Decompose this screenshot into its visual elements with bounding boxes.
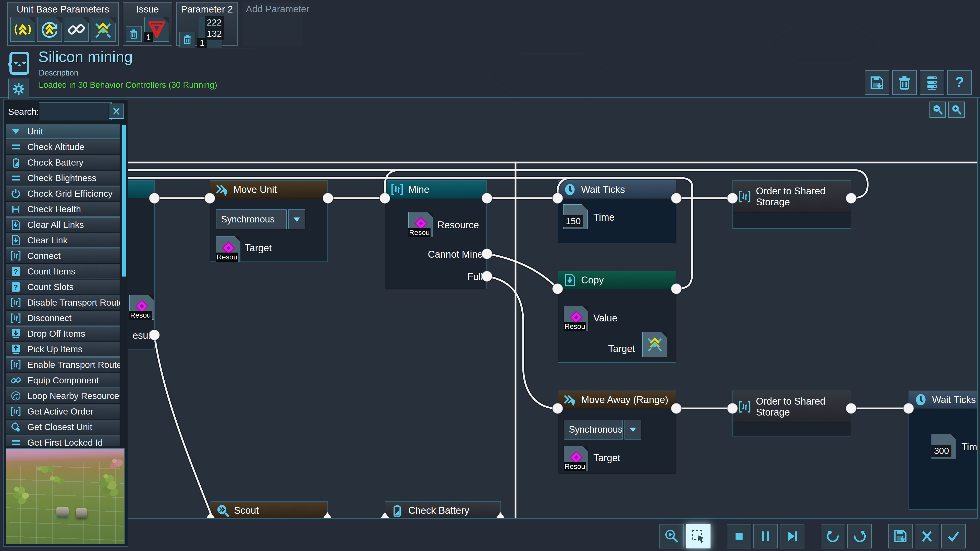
- wire-port[interactable]: [727, 403, 738, 414]
- node-header[interactable]: Copy: [558, 272, 676, 289]
- instruction-item-clear-all-links[interactable]: Clear All Links: [6, 218, 120, 232]
- delete-parameter-button[interactable]: [126, 26, 142, 42]
- parameter-chip-signal-orbit[interactable]: [37, 17, 62, 42]
- wire-port[interactable]: [482, 193, 492, 203]
- wire-port[interactable]: [671, 403, 682, 414]
- wire-port[interactable]: [552, 403, 563, 414]
- node-select[interactable]: Synchronous: [216, 210, 287, 229]
- instruction-item-disconnect[interactable]: Disconnect: [6, 311, 120, 326]
- node-move-unit[interactable]: Move UnitSynchronousResouTarget: [210, 180, 328, 262]
- parameter-chip-signal-ping[interactable]: [10, 17, 35, 42]
- node-copy[interactable]: CopyResouValueTarget: [558, 271, 676, 363]
- wire-port[interactable]: [380, 193, 390, 203]
- parameter-chip[interactable]: Resou: [216, 237, 240, 262]
- instruction-item-get-closest-unit[interactable]: Get Closest Unit: [6, 420, 120, 434]
- undo-button[interactable]: [821, 524, 845, 548]
- instruction-item-check-health[interactable]: Check Health: [6, 202, 120, 217]
- help-button[interactable]: ?: [947, 70, 972, 95]
- node-graph-canvas[interactable]: ResouesultMove UnitSynchronousResouTarge…: [128, 98, 978, 519]
- tab-issue[interactable]: Issue 1: [123, 2, 172, 46]
- instruction-item-loop-nearby-resources[interactable]: Loop Nearby Resources: [6, 389, 120, 403]
- node-check-battery[interactable]: Check Battery: [385, 501, 501, 519]
- node-header[interactable]: Wait Ticks: [558, 181, 676, 199]
- tab-unit-base-parameters[interactable]: Unit Base Parameters: [7, 2, 119, 46]
- instruction-item-count-slots[interactable]: ?Count Slots: [6, 279, 120, 294]
- wire-port[interactable]: [204, 193, 215, 203]
- behavior-description[interactable]: Description: [39, 68, 78, 78]
- instruction-item-drop-off-items[interactable]: Drop Off Items: [6, 326, 120, 341]
- pause-button[interactable]: [753, 524, 778, 548]
- zoom-to-fit-button[interactable]: [659, 524, 684, 548]
- stop-button[interactable]: [727, 524, 751, 548]
- node-clipped-left[interactable]: Resouesult: [128, 180, 155, 349]
- node-header[interactable]: Scout: [211, 502, 328, 519]
- node-header[interactable]: Order to Shared Storage: [733, 181, 851, 213]
- instruction-item-equip-component[interactable]: Equip Component: [6, 373, 120, 388]
- redo-button[interactable]: [847, 524, 872, 548]
- node-header[interactable]: Check Battery: [385, 502, 501, 519]
- instruction-item-check-altitude[interactable]: Check Altitude: [6, 140, 120, 154]
- wire-port[interactable]: [482, 271, 492, 282]
- instruction-item-count-items[interactable]: ?Count Items: [6, 264, 120, 279]
- node-order-storage-2[interactable]: Order to Shared Storage: [732, 391, 851, 437]
- issue-parameter-chip[interactable]: 1: [144, 17, 169, 42]
- tab-add-parameter[interactable]: Add Parameter: [242, 2, 303, 46]
- wire-port[interactable]: [482, 248, 492, 259]
- node-scout[interactable]: Scout: [210, 501, 328, 519]
- delete-parameter-button[interactable]: [180, 32, 195, 48]
- value-chip[interactable]: 300: [932, 434, 956, 459]
- behavior-settings-button[interactable]: [8, 79, 29, 100]
- save-button[interactable]: [888, 524, 913, 548]
- wire-port[interactable]: [149, 330, 160, 340]
- delete-behavior-button[interactable]: [892, 70, 917, 95]
- wire-port[interactable]: [671, 283, 682, 294]
- instruction-item-clear-link[interactable]: Clear Link: [6, 233, 120, 248]
- node-wait-ticks-2[interactable]: Wait Ticks300Time: [908, 391, 978, 510]
- cancel-button[interactable]: [915, 524, 939, 548]
- wire-port[interactable]: [671, 193, 682, 203]
- scrollbar-thumb[interactable]: [122, 125, 126, 276]
- zoom-in-button[interactable]: [948, 102, 965, 118]
- select-dropdown-button[interactable]: [625, 420, 641, 440]
- search-input[interactable]: [39, 102, 112, 121]
- node-mine[interactable]: MineResouResourceCannot MineFull: [385, 180, 487, 289]
- instruction-item-get-first-locked-id[interactable]: Get First Locked Id: [6, 435, 120, 446]
- save-behavior-button[interactable]: [865, 70, 889, 95]
- scrollbar-track[interactable]: [122, 124, 126, 446]
- instruction-item-get-active-order[interactable]: Get Active Order: [6, 404, 120, 419]
- node-header[interactable]: Mine: [385, 181, 487, 199]
- instruction-item-disable-transport-route[interactable]: Disable Transport Route: [6, 295, 120, 310]
- tab-parameter-2[interactable]: Parameter 2 1 222 132: [177, 2, 238, 46]
- wire-port[interactable]: [552, 283, 563, 294]
- parameter-chip[interactable]: [642, 332, 667, 357]
- node-header[interactable]: Order to Shared Storage: [733, 391, 851, 423]
- node-header[interactable]: Move Away (Range): [558, 391, 676, 409]
- parameter-chip[interactable]: Resou: [564, 446, 588, 471]
- wire-port[interactable]: [149, 193, 160, 203]
- wire-port[interactable]: [846, 193, 856, 203]
- parameter-chip-link[interactable]: [64, 17, 89, 42]
- value-chip[interactable]: 150: [563, 204, 588, 229]
- instruction-item-check-battery[interactable]: Check Battery: [6, 155, 120, 170]
- node-header[interactable]: Move Unit: [210, 181, 328, 199]
- instruction-item-check-blightness[interactable]: Check Blightness: [6, 171, 120, 186]
- parameter-chip[interactable]: Resou: [564, 306, 588, 331]
- confirm-button[interactable]: [941, 524, 966, 548]
- behavior-title[interactable]: Silicon mining: [38, 48, 133, 65]
- behavior-list-button[interactable]: [920, 70, 944, 95]
- wire-port[interactable]: [846, 403, 856, 414]
- instruction-item-check-grid-efficiency[interactable]: Check Grid Efficiency: [6, 186, 120, 201]
- wire-port[interactable]: [903, 403, 914, 414]
- instruction-item-enable-transport-route[interactable]: Enable Transport Route: [6, 357, 120, 372]
- step-button[interactable]: [780, 524, 804, 548]
- parameter2-value-chip[interactable]: 1 222 132: [198, 17, 222, 48]
- zoom-out-button[interactable]: [929, 102, 946, 118]
- node-order-storage-1[interactable]: Order to Shared Storage: [732, 180, 851, 229]
- wire-port[interactable]: [323, 193, 333, 203]
- node-select[interactable]: Synchronous: [564, 420, 623, 440]
- node-move-away[interactable]: Move Away (Range)SynchronousResouTarget: [558, 391, 676, 474]
- world-preview[interactable]: [6, 448, 124, 545]
- node-header[interactable]: Wait Ticks: [909, 391, 978, 409]
- parameter-chip-signal-cross[interactable]: [91, 17, 116, 42]
- box-select-button[interactable]: [686, 524, 711, 548]
